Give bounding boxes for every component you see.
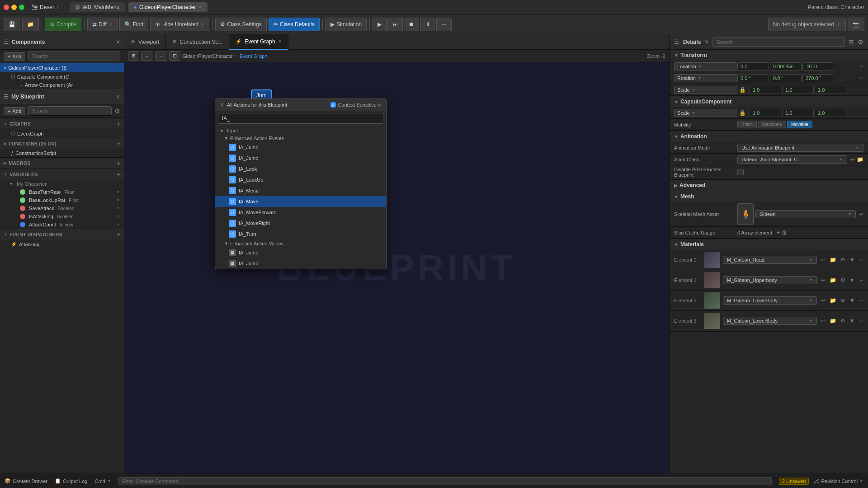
play-button[interactable]: ▶ bbox=[373, 18, 387, 31]
menu-item-moveright[interactable]: ⬡ IA_MoveRight bbox=[215, 218, 386, 229]
movable-btn[interactable]: Movable bbox=[787, 121, 812, 128]
anim-class-browse[interactable]: 📁 bbox=[857, 156, 863, 163]
var-baseturntrate[interactable]: BaseTurnRate Float ▼ bbox=[0, 188, 124, 196]
console-command-input[interactable] bbox=[118, 477, 772, 485]
expand-icon-my-character[interactable]: ▼ bbox=[9, 182, 13, 186]
menu-item-look[interactable]: ⬡ IA_Look bbox=[215, 164, 386, 174]
section-capsule-header[interactable]: ▼ CapsuleComponent bbox=[670, 96, 868, 107]
content-drawer-btn[interactable]: 📦 Content Drawer bbox=[5, 478, 47, 484]
menu-subsection-values[interactable]: ▼ Enhanced Action Values bbox=[215, 239, 386, 247]
static-btn[interactable]: Static bbox=[737, 121, 757, 128]
mat-open-1[interactable]: 📁 bbox=[828, 277, 838, 284]
component-capsule[interactable]: ⬡ Capsule Component (C bbox=[0, 72, 124, 81]
compile-button[interactable]: ⚙ Compile bbox=[45, 18, 81, 31]
material-dropdown-3[interactable]: M_Gideon_LowerBody ▼ bbox=[723, 317, 817, 325]
mat-browse-1[interactable]: ↩ bbox=[820, 277, 827, 284]
section-advanced-header[interactable]: ▶ Advanced bbox=[670, 180, 868, 191]
nav-home-btn[interactable]: ⊡ bbox=[169, 51, 180, 61]
tab-close-icon[interactable]: ✕ bbox=[198, 5, 202, 9]
menu-item-value-jump-0[interactable]: ▦ IA_Jump bbox=[215, 247, 386, 258]
components-close-btn[interactable]: ✕ bbox=[116, 39, 120, 45]
mat-more-0[interactable]: ⚙ bbox=[839, 256, 847, 263]
location-dropdown[interactable]: Location ▼ bbox=[674, 62, 737, 70]
material-dropdown-1[interactable]: M_Gideon_Upperbody ▼ bbox=[723, 276, 817, 284]
section-event-dispatchers[interactable]: ▼ EVENT DISPATCHERS + bbox=[0, 229, 124, 240]
step-button[interactable]: ⏭ bbox=[387, 18, 403, 31]
my-blueprint-add-button[interactable]: + Add bbox=[4, 107, 25, 115]
cmd-dropdown[interactable]: Cmd ▼ bbox=[94, 479, 111, 484]
tab-event-graph[interactable]: ⚡ Event Graph ✕ bbox=[229, 34, 288, 50]
eventgraph-item[interactable]: ⬡ EventGraph bbox=[0, 129, 124, 138]
details-close-btn[interactable]: ✕ bbox=[704, 39, 709, 45]
context-menu-search-input[interactable] bbox=[218, 113, 383, 124]
find-button[interactable]: 🔍 Find bbox=[119, 18, 148, 31]
section-mesh-header[interactable]: ▼ Mesh bbox=[670, 191, 868, 202]
scale-y-input[interactable] bbox=[782, 86, 814, 94]
menu-item-jump-0[interactable]: ⬡ IA_Jump bbox=[215, 142, 386, 153]
rotation-x-input[interactable] bbox=[737, 74, 769, 82]
var-saveattack[interactable]: SaveAttack Boolean ▼ bbox=[0, 204, 124, 212]
section-variables[interactable]: ▼ VARIABLES + bbox=[0, 169, 124, 180]
nav-expand-btn[interactable]: ⊞ bbox=[128, 51, 139, 61]
mat-reset-2[interactable]: ↩ bbox=[860, 298, 863, 303]
mat-expand-0[interactable]: ▼ bbox=[848, 256, 856, 263]
class-defaults-button[interactable]: ✏ Class Defaults bbox=[269, 18, 320, 31]
mat-browse-2[interactable]: ↩ bbox=[820, 297, 827, 304]
anim-class-dropdown[interactable]: Gideon_AnimBlueprint_C ▼ bbox=[737, 155, 847, 164]
menu-subsection-events[interactable]: ▼ Enhanced Action Events bbox=[215, 134, 386, 142]
rotation-y-input[interactable] bbox=[770, 74, 802, 82]
location-reset-btn[interactable]: ↩ bbox=[860, 64, 863, 69]
skin-cache-add-btn[interactable]: + bbox=[777, 230, 780, 236]
context-sensitive-checkbox[interactable]: ✓ bbox=[330, 102, 336, 108]
revision-control-btn[interactable]: ⎇ Revision Control ▼ bbox=[813, 478, 863, 484]
stop-button[interactable]: ⏹ bbox=[404, 18, 419, 31]
component-arrow[interactable]: → Arrow Component (Ar bbox=[0, 81, 124, 89]
anim-class-reset[interactable]: ↩ bbox=[850, 156, 855, 163]
mat-reset-0[interactable]: ↩ bbox=[860, 258, 863, 263]
material-dropdown-2[interactable]: M_Gideon_LowerBody ▼ bbox=[723, 296, 817, 305]
var-attackcount[interactable]: AttackCount Integer ▼ bbox=[0, 221, 124, 229]
details-search-input[interactable] bbox=[712, 38, 845, 47]
context-sensitive-toggle[interactable]: ✓ Context Sensitive ▶ bbox=[330, 102, 382, 108]
rotation-z-input[interactable] bbox=[802, 74, 834, 82]
output-log-btn[interactable]: 📋 Output Log bbox=[55, 478, 87, 484]
animation-mode-dropdown[interactable]: Use Animation Blueprint ▼ bbox=[737, 144, 863, 152]
tab-construction[interactable]: ⚙ Construction Sc... bbox=[166, 34, 229, 50]
mat-reset-1[interactable]: ↩ bbox=[860, 278, 863, 283]
scale-z-input[interactable] bbox=[815, 86, 846, 94]
component-gideonplayercharacter[interactable]: ♦ GideonPlayerCharacter (S bbox=[0, 63, 124, 72]
var-isattacking[interactable]: IsAttacking Boolean ▼ bbox=[0, 212, 124, 221]
mat-expand-1[interactable]: ▼ bbox=[848, 277, 856, 284]
scale-lock-icon[interactable]: 🔒 bbox=[739, 87, 746, 93]
hide-unrelated-button[interactable]: 👁 Hide Unrelated ▼ bbox=[150, 18, 209, 31]
debug-object-dropdown[interactable]: No debug object selected ▼ bbox=[768, 18, 846, 31]
components-add-button[interactable]: + Add bbox=[4, 52, 25, 61]
section-add-variables[interactable]: + bbox=[117, 171, 120, 178]
capsule-lock-icon[interactable]: 🔒 bbox=[739, 110, 746, 116]
settings-icon-bp[interactable]: ⚙ bbox=[114, 108, 120, 115]
mat-open-2[interactable]: 📁 bbox=[828, 297, 838, 304]
class-settings-button[interactable]: ⚙ Class Settings bbox=[215, 18, 267, 31]
section-macros[interactable]: ▶ MACROS + bbox=[0, 157, 124, 169]
mat-open-0[interactable]: 📁 bbox=[828, 256, 838, 263]
scale-x-input[interactable] bbox=[750, 86, 781, 94]
var-baselookuprat[interactable]: BaseLookUpRat Float ▼ bbox=[0, 196, 124, 204]
rotation-dropdown[interactable]: Rotation ▼ bbox=[674, 74, 737, 82]
grid-view-icon[interactable]: ⊞ bbox=[849, 38, 854, 46]
nav-back-btn[interactable]: ← bbox=[141, 52, 153, 61]
mat-more-3[interactable]: ⚙ bbox=[839, 317, 847, 324]
my-blueprint-search-input[interactable] bbox=[28, 106, 112, 115]
tab-viewport[interactable]: 👁 Viewport bbox=[124, 34, 166, 50]
capsule-scale-dropdown[interactable]: Scale ▼ bbox=[674, 109, 737, 117]
material-dropdown-0[interactable]: M_Gideon_Head ▼ bbox=[723, 256, 817, 264]
section-add-functions[interactable]: + bbox=[117, 140, 120, 147]
nav-forward-btn[interactable]: → bbox=[155, 52, 167, 61]
context-menu-close-btn[interactable]: ✕ bbox=[220, 102, 224, 108]
skeletal-mesh-dropdown[interactable]: Gideon ▼ bbox=[755, 210, 856, 218]
capsule-scale-z[interactable] bbox=[815, 109, 846, 117]
close-window-btn[interactable] bbox=[4, 5, 9, 10]
mat-expand-3[interactable]: ▼ bbox=[848, 317, 856, 324]
menu-item-menu[interactable]: ⬡ IA_Menu bbox=[215, 185, 386, 196]
diff-button[interactable]: ⇄ Diff ▼ bbox=[87, 18, 118, 31]
section-add-dispatchers[interactable]: + bbox=[117, 231, 120, 238]
